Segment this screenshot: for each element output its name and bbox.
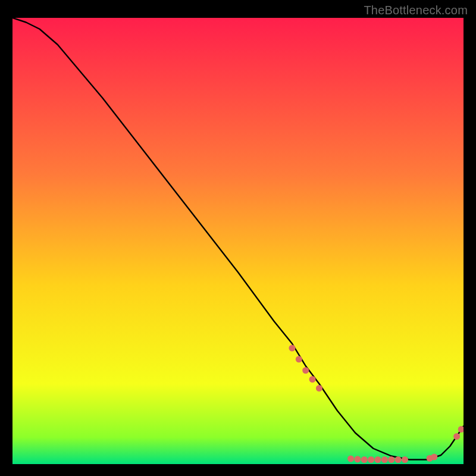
data-marker	[368, 456, 374, 463]
chart-svg	[12, 18, 464, 464]
data-marker	[453, 433, 460, 440]
data-marker	[296, 356, 302, 362]
data-marker	[302, 367, 309, 374]
data-marker	[395, 456, 402, 463]
watermark-text: TheBottleneck.com	[364, 4, 468, 17]
plot-area	[12, 18, 464, 464]
data-marker	[431, 454, 437, 461]
data-marker	[381, 456, 388, 463]
data-marker	[374, 456, 381, 463]
data-marker	[289, 345, 295, 352]
chart-stage: TheBottleneck.com	[0, 0, 476, 476]
data-marker	[354, 456, 361, 462]
data-marker	[361, 456, 368, 463]
data-marker	[347, 456, 354, 462]
data-marker	[309, 376, 316, 383]
gradient-background	[12, 18, 464, 464]
data-marker	[388, 456, 394, 463]
data-marker	[402, 456, 408, 463]
data-marker	[316, 385, 322, 392]
